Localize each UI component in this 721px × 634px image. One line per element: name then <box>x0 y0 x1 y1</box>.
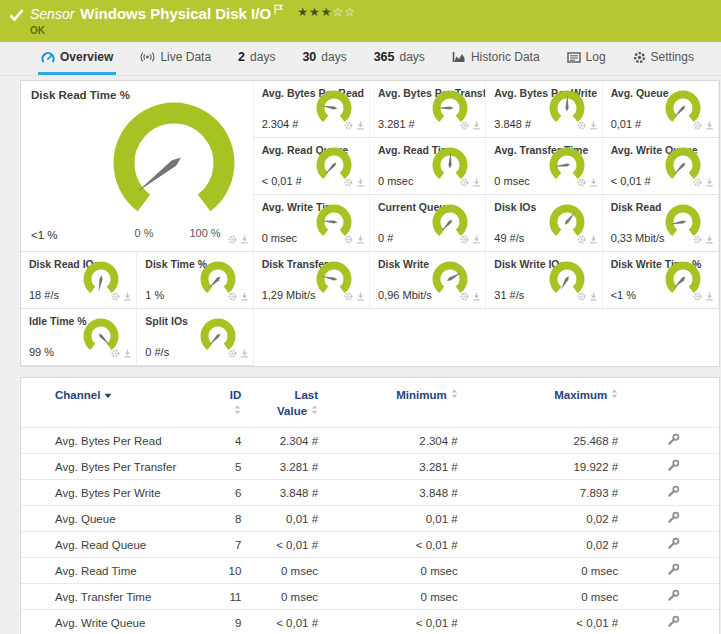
gear-icon[interactable] <box>460 116 469 134</box>
pin-icon[interactable] <box>705 287 714 305</box>
gear-icon[interactable] <box>344 173 353 191</box>
star-filled-icon[interactable]: ★ <box>297 5 309 19</box>
pin-icon[interactable] <box>240 230 249 248</box>
star-empty-icon[interactable]: ☆ <box>344 5 356 19</box>
pin-icon[interactable] <box>705 230 714 248</box>
primary-channel-gauge[interactable]: Disk Read Time % 0 % 100 % <1 % <box>21 81 254 252</box>
gauge-tile[interactable]: Avg. Bytes Per Read2.304 # <box>254 81 370 138</box>
gear-icon[interactable] <box>577 230 586 248</box>
column-header-id[interactable]: ID <box>209 378 251 428</box>
gear-icon[interactable] <box>228 287 237 305</box>
pin-icon[interactable] <box>589 287 598 305</box>
wrench-icon[interactable] <box>667 459 680 472</box>
gauge-tile[interactable]: Avg. Read Time0 msec <box>370 138 486 195</box>
gauge-tile[interactable]: Avg. Write Queue< 0,01 # <box>603 138 719 195</box>
gear-icon[interactable] <box>344 287 353 305</box>
pin-icon[interactable] <box>356 116 365 134</box>
gauge-tile[interactable]: Disk Time %1 % <box>137 252 253 309</box>
wrench-icon[interactable] <box>667 485 680 498</box>
tab-historic-data[interactable]: Historic Data <box>449 42 543 75</box>
gear-icon[interactable] <box>693 116 702 134</box>
column-header-channel[interactable]: Channel <box>21 378 209 428</box>
channel-name: Avg. Transfer Time <box>21 584 209 610</box>
pin-icon[interactable] <box>123 287 132 305</box>
channel-value: 9 <box>209 610 251 634</box>
gear-icon[interactable] <box>460 230 469 248</box>
pin-icon[interactable] <box>123 344 132 362</box>
column-header-minimum[interactable]: Minimum <box>328 378 468 428</box>
gear-icon[interactable] <box>577 173 586 191</box>
pin-icon[interactable] <box>240 287 249 305</box>
wrench-icon[interactable] <box>667 433 680 446</box>
gear-icon[interactable] <box>344 116 353 134</box>
gauge-tile[interactable]: Avg. Bytes Per Write3.848 # <box>486 81 602 138</box>
channel-name: Avg. Bytes Per Write <box>21 480 209 506</box>
tab-days[interactable]: 365days <box>371 42 428 75</box>
gear-icon[interactable] <box>693 230 702 248</box>
star-filled-icon[interactable]: ★ <box>321 5 333 19</box>
gear-icon[interactable] <box>577 116 586 134</box>
column-header-last-value[interactable]: Last Value <box>251 378 328 428</box>
tab-days[interactable]: 30days <box>299 42 349 75</box>
gauge-tile[interactable]: Disk IOs49 #/s <box>486 195 602 252</box>
pin-icon[interactable] <box>705 116 714 134</box>
gauge-value: 2.304 # <box>262 118 299 130</box>
gear-icon[interactable] <box>460 287 469 305</box>
tab-overview[interactable]: Overview <box>38 42 116 75</box>
gear-icon[interactable] <box>111 287 120 305</box>
tab-days[interactable]: 2days <box>235 42 278 75</box>
gear-icon[interactable] <box>693 287 702 305</box>
wrench-icon[interactable] <box>667 537 680 550</box>
gauge-tile[interactable]: Disk Write IOs31 #/s <box>486 252 602 309</box>
gauge-tile[interactable]: Avg. Bytes Per Transfer3.281 # <box>370 81 486 138</box>
pin-icon[interactable] <box>589 173 598 191</box>
gauge-tile[interactable]: Disk Write Time %<1 % <box>603 252 719 309</box>
tab-settings[interactable]: Settings <box>630 42 697 75</box>
gear-icon[interactable] <box>577 287 586 305</box>
gauge-tile[interactable]: Disk Read0,33 Mbit/s <box>603 195 719 252</box>
gauge-tile[interactable]: Disk Read IOs18 #/s <box>21 252 137 309</box>
pin-icon[interactable] <box>589 116 598 134</box>
pin-icon[interactable] <box>472 173 481 191</box>
pin-icon[interactable] <box>356 173 365 191</box>
gauge-tile[interactable]: Current Queue0 # <box>370 195 486 252</box>
pin-icon[interactable] <box>356 230 365 248</box>
pin-icon[interactable] <box>705 173 714 191</box>
gauge-tile[interactable]: Avg. Write Time0 msec <box>254 195 370 252</box>
channel-value: 0,02 # <box>468 506 629 532</box>
gauge-value: 0 # <box>378 232 393 244</box>
gauge-tile[interactable]: Disk Transfer1,29 Mbit/s <box>254 252 370 309</box>
gauge-tile[interactable]: Idle Time %99 % <box>21 309 137 366</box>
wrench-icon[interactable] <box>667 563 680 576</box>
pin-icon[interactable] <box>472 116 481 134</box>
gauge-tile[interactable]: Avg. Read Queue< 0,01 # <box>254 138 370 195</box>
tab-log[interactable]: Log <box>564 42 609 75</box>
gauge-tile[interactable]: Avg. Queue0,01 # <box>603 81 719 138</box>
gear-icon[interactable] <box>228 344 237 362</box>
star-empty-icon[interactable]: ☆ <box>332 5 344 19</box>
pin-icon[interactable] <box>356 287 365 305</box>
pin-icon[interactable] <box>589 230 598 248</box>
wrench-icon[interactable] <box>667 615 680 628</box>
pin-icon[interactable] <box>472 287 481 305</box>
tab-live-data[interactable]: Live Data <box>137 42 214 75</box>
gear-icon[interactable] <box>228 230 237 248</box>
gear-icon[interactable] <box>460 173 469 191</box>
gear-icon[interactable] <box>344 230 353 248</box>
channel-value: 11 <box>209 584 251 610</box>
column-header-maximum[interactable]: Maximum <box>468 378 629 428</box>
gear-icon[interactable] <box>111 344 120 362</box>
priority-stars[interactable]: ★★★☆☆ <box>297 5 356 19</box>
pin-icon[interactable] <box>472 230 481 248</box>
wrench-icon[interactable] <box>667 511 680 524</box>
gauge-title: Disk Read <box>611 201 662 213</box>
flag-icon[interactable] <box>274 1 283 19</box>
gauge-tile[interactable]: Avg. Transfer Time0 msec <box>486 138 602 195</box>
star-filled-icon[interactable]: ★ <box>309 5 321 19</box>
gear-icon[interactable] <box>693 173 702 191</box>
gauge-tile[interactable]: Disk Write0,96 Mbit/s <box>370 252 486 309</box>
gauge-value: 49 #/s <box>494 232 524 244</box>
wrench-icon[interactable] <box>667 589 680 602</box>
pin-icon[interactable] <box>240 344 249 362</box>
gauge-tile[interactable]: Split IOs0 #/s <box>137 309 253 366</box>
